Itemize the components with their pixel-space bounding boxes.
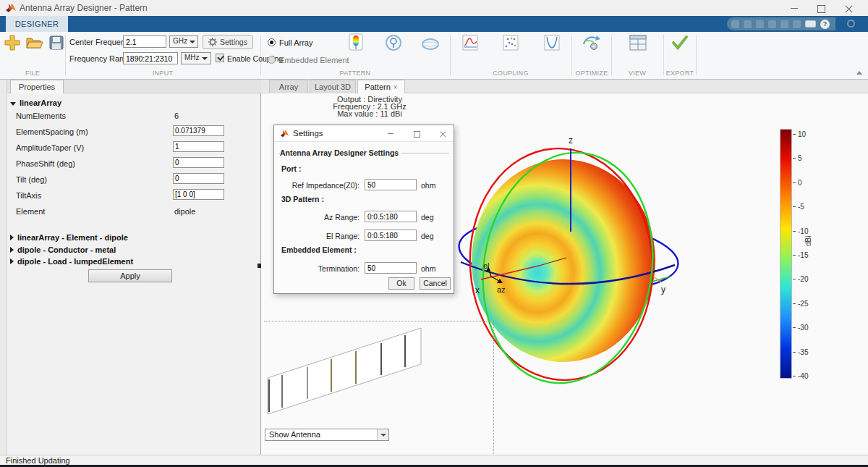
termination-label: Termination: <box>278 264 359 273</box>
new-icon[interactable] <box>4 35 20 51</box>
s-parameter-icon[interactable] <box>544 35 560 51</box>
close-button[interactable] <box>836 0 861 16</box>
tilt-input[interactable] <box>173 173 224 184</box>
paste-icon[interactable] <box>768 20 776 28</box>
cut-icon[interactable] <box>744 20 752 28</box>
phase-shift-input[interactable] <box>173 157 224 168</box>
status-bar: Finished Updating <box>0 455 868 465</box>
dialog-titlebar[interactable]: Settings <box>274 125 454 142</box>
el-range-input[interactable] <box>365 230 417 241</box>
matlab-logo-icon <box>280 129 289 138</box>
cancel-button[interactable]: Cancel <box>420 277 451 290</box>
ribbon-collapse-icon[interactable] <box>856 71 862 75</box>
collapse-right-icon <box>10 235 14 240</box>
gear-icon <box>208 38 217 46</box>
correlation-icon[interactable] <box>503 35 519 51</box>
quick-access-menu-icon[interactable] <box>847 20 855 28</box>
close-tab-icon[interactable] <box>393 81 398 94</box>
colorbar-tick: 5 <box>798 154 802 162</box>
termination-input[interactable] <box>365 262 417 274</box>
colorbar-tick: 10 <box>798 130 806 138</box>
tab-layout-3d[interactable]: Layout 3D <box>310 80 356 93</box>
output-line: Max value : 11 dBi <box>276 110 464 117</box>
colorbar-tick: -10 <box>798 227 808 235</box>
panel-side-strip <box>0 80 7 455</box>
title-bar: Antenna Array Designer - Pattern <box>0 0 868 16</box>
az-range-unit: deg <box>421 213 434 222</box>
antenna-array-preview[interactable] <box>265 324 431 422</box>
open-icon[interactable] <box>26 35 43 50</box>
property-label: Element <box>16 207 45 216</box>
save-icon[interactable] <box>49 35 64 50</box>
dialog-minimize-button[interactable] <box>381 127 400 140</box>
tab-designer[interactable]: DESIGNER <box>6 16 68 32</box>
properties-tabbar: Properties <box>7 80 261 93</box>
status-text: Finished Updating <box>6 456 70 465</box>
el-range-label: El Range: <box>278 232 359 240</box>
save-icon[interactable] <box>731 20 739 28</box>
minimize-button[interactable] <box>782 0 807 16</box>
impedance-icon[interactable] <box>462 35 478 51</box>
colorbar-tick: -30 <box>798 324 808 332</box>
property-label: ElementSpacing (m) <box>16 127 88 136</box>
export-section-label: EXPORT <box>661 70 699 77</box>
property-label: Tilt (deg) <box>16 175 47 184</box>
file-section-label: FILE <box>7 70 58 77</box>
colorbar-tick: -35 <box>798 348 808 356</box>
conductor-metal-group-header[interactable]: dipole - Conductor - metal <box>10 245 116 254</box>
view-section-label: VIEW <box>612 70 663 77</box>
center-frequency-unit-dropdown[interactable]: GHz <box>169 35 198 48</box>
tab-array[interactable]: Array <box>269 80 308 93</box>
settings-button[interactable]: Settings <box>203 35 253 49</box>
ok-button[interactable]: Ok <box>388 277 414 290</box>
tilt-axis-input[interactable] <box>173 189 224 200</box>
ref-impedance-input[interactable] <box>365 179 417 190</box>
apply-button[interactable]: Apply <box>88 269 172 282</box>
frequency-range-unit-dropdown[interactable]: MHz <box>181 52 211 64</box>
pattern-section-label: PATTERN <box>308 70 402 77</box>
collapse-down-icon <box>10 102 16 106</box>
redo-icon[interactable] <box>793 20 801 28</box>
tab-pattern[interactable]: Pattern <box>357 80 405 93</box>
frequency-range-input[interactable] <box>123 52 178 64</box>
show-antenna-dropdown[interactable]: Show Antenna <box>265 429 389 441</box>
radiation-pattern-3d-plot[interactable]: z el az x y <box>445 122 698 393</box>
center-frequency-input[interactable] <box>123 35 166 48</box>
termination-unit: ohm <box>421 264 435 273</box>
optimize-icon[interactable] <box>582 34 601 51</box>
export-icon[interactable] <box>671 35 689 51</box>
keyboard-icon[interactable] <box>805 20 816 28</box>
default-layout-icon[interactable] <box>629 35 647 51</box>
amplitude-taper-input[interactable] <box>173 141 224 152</box>
3d-pattern-icon[interactable] <box>347 33 365 52</box>
lineararray-group-header[interactable]: linearArray <box>10 98 61 107</box>
preview-inset-border <box>264 321 494 321</box>
maximize-button[interactable] <box>809 0 833 16</box>
colorbar <box>780 129 792 379</box>
az-range-input[interactable] <box>365 211 417 222</box>
dialog-close-button[interactable] <box>433 127 452 140</box>
az-pattern-icon[interactable] <box>384 34 403 52</box>
undo-icon[interactable] <box>780 20 788 28</box>
element-dipole-group-header[interactable]: linearArray - Element - dipole <box>10 233 128 242</box>
port-section-label: Port : <box>281 164 301 173</box>
input-section-label: INPUT <box>116 70 210 77</box>
window-title: Antenna Array Designer - Pattern <box>20 3 148 13</box>
pattern-lobe <box>472 159 655 362</box>
az-axis-label: az <box>497 285 506 294</box>
optimize-section-label: OPTIMIZE <box>573 70 610 77</box>
pattern-output-info: Output : Directivity Frequency : 2.1 GHz… <box>276 96 464 117</box>
toolbar: New Open Save FILE Center Frequency GHz … <box>0 32 868 80</box>
dialog-maximize-button[interactable] <box>407 127 426 140</box>
embedded-element-radio[interactable] <box>268 56 276 64</box>
copy-icon[interactable] <box>756 20 764 28</box>
ref-impedance-label: Ref Impedance(Z0): <box>278 181 359 190</box>
coupling-section-label: COUPLING <box>467 70 554 77</box>
help-icon[interactable] <box>820 20 830 29</box>
element-spacing-input[interactable] <box>173 125 224 136</box>
full-array-radio[interactable] <box>268 38 276 46</box>
load-lumpedelement-group-header[interactable]: dipole - Load - lumpedElement <box>10 257 133 266</box>
tab-properties[interactable]: Properties <box>10 80 64 93</box>
el-pattern-icon[interactable] <box>420 38 441 51</box>
enable-coupling-checkbox[interactable] <box>216 54 224 62</box>
